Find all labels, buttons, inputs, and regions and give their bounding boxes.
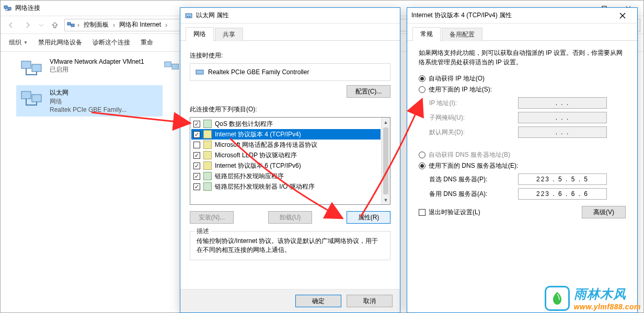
svg-rect-5 (21, 61, 31, 68)
radio-manual-ip[interactable]: 使用下面的 IP 地址(S): (419, 85, 626, 94)
radio-label: 使用下面的 DNS 服务器地址(E): (429, 161, 518, 170)
network-adapter-item[interactable]: 以太网 网络 Realtek PCIe GBE Family... (16, 85, 163, 117)
protocol-icon (203, 161, 212, 170)
cmd-organize[interactable]: 组织 ▼ (6, 36, 31, 49)
dialog-tabs: 网络 共享 (180, 24, 400, 41)
adapter-box: Realtek PCIe GBE Family Controller (190, 63, 390, 81)
adapter-name: Realtek PCIe GBE Family Controller (208, 68, 309, 76)
nic-icon (196, 68, 204, 76)
adapter-status: 网络 (50, 97, 126, 106)
scrollbar[interactable]: ▲ ▼ (381, 118, 390, 204)
radio-auto-ip[interactable]: 自动获得 IP 地址(O) (419, 74, 626, 83)
checkbox-icon[interactable] (193, 173, 200, 180)
description-legend: 描述 (194, 227, 211, 236)
radio-icon (419, 163, 426, 169)
cancel-button[interactable]: 取消 (347, 295, 393, 307)
connect-using-label: 连接时使用: (190, 51, 390, 60)
radio-auto-dns[interactable]: 自动获得 DNS 服务器地址(B) (419, 150, 626, 159)
network-connections-icon (4, 4, 12, 13)
description-text: 传输控制协议/Internet 协议。该协议是默认的广域网络协议，用于在不同的相… (197, 237, 384, 254)
protocol-row[interactable]: Internet 协议版本 6 (TCP/IPv6) (191, 160, 381, 171)
network-adapter-icon (19, 58, 44, 79)
chevron-right-icon: › (164, 21, 168, 29)
dialog-title: Internet 协议版本 4 (TCP/IPv4) 属性 (411, 11, 512, 20)
protocol-row[interactable]: Microsoft 网络适配器多路传送器协议 (191, 140, 381, 150)
radio-label: 使用下面的 IP 地址(S): (429, 85, 492, 94)
ethernet-properties-dialog: 以太网 属性 网络 共享 连接时使用: Realtek PCIe GBE Fam… (180, 7, 400, 313)
network-adapter-item[interactable]: VMware Network Adapter VMnet1 已启用 (16, 55, 163, 82)
ethernet-icon (185, 11, 193, 20)
protocol-icon (203, 141, 212, 149)
tab-network[interactable]: 网络 (186, 27, 214, 41)
alternate-dns-input[interactable]: 223 . 6 . 6 . 6 (518, 188, 607, 200)
protocol-row[interactable]: QoS 数据包计划程序 (191, 119, 381, 129)
cmd-rename[interactable]: 重命 (137, 36, 156, 49)
svg-rect-11 (186, 14, 192, 18)
gateway-label: 默认网关(D): (429, 128, 518, 137)
svg-rect-8 (32, 95, 41, 102)
adapter-status: 已启用 (50, 65, 144, 74)
svg-rect-13 (189, 16, 190, 17)
nav-back-button[interactable] (4, 18, 18, 32)
svg-rect-3 (67, 22, 71, 25)
checkbox-icon[interactable] (193, 152, 200, 159)
description-box: 描述 传输控制协议/Internet 协议。该协议是默认的广域网络协议，用于在不… (190, 231, 390, 260)
scroll-up-icon[interactable]: ▲ (382, 118, 390, 126)
properties-button[interactable]: 属性(R) (347, 211, 390, 224)
protocol-label: Internet 协议版本 6 (TCP/IPv6) (215, 161, 301, 170)
protocol-label: 链路层拓扑发现响应程序 (215, 172, 284, 181)
configure-button[interactable]: 配置(C)... (347, 85, 390, 98)
install-button[interactable]: 安装(N)... (190, 211, 234, 224)
nav-forward-button[interactable] (20, 18, 35, 32)
scroll-thumb[interactable] (383, 127, 388, 194)
breadcrumb-seg[interactable]: 网络和 Internet (117, 20, 163, 29)
svg-rect-7 (21, 91, 31, 99)
nav-up-button[interactable] (48, 18, 62, 32)
service-icon (203, 172, 212, 180)
checkbox-icon[interactable] (193, 163, 200, 169)
alternate-dns-label: 备用 DNS 服务器(A): (429, 190, 518, 199)
protocol-label: Microsoft 网络适配器多路传送器协议 (215, 141, 317, 149)
checkbox-icon[interactable] (193, 121, 200, 127)
adapter-device: Realtek PCIe GBE Family... (50, 106, 126, 113)
cmd-diagnose[interactable]: 诊断这个连接 (89, 36, 133, 49)
svg-rect-9 (165, 62, 171, 67)
protocol-label: Microsoft LLDP 协议驱动程序 (215, 151, 297, 160)
explorer-title: 网络连接 (15, 4, 40, 13)
svg-rect-14 (196, 70, 203, 74)
tab-alternate[interactable]: 备用配置 (442, 28, 482, 41)
protocol-row[interactable]: Internet 协议版本 4 (TCP/IPv4) (191, 129, 381, 140)
ok-button[interactable]: 确定 (295, 295, 341, 307)
protocol-row[interactable]: 链路层拓扑发现响应程序 (191, 171, 381, 181)
network-connections-icon (67, 21, 75, 29)
scroll-down-icon[interactable]: ▼ (382, 195, 390, 204)
radio-label: 自动获得 DNS 服务器地址(B) (429, 150, 510, 159)
protocol-label: QoS 数据包计划程序 (215, 120, 273, 129)
advanced-button[interactable]: 高级(V) (582, 206, 626, 218)
svg-rect-0 (4, 6, 7, 8)
checkbox-icon (419, 209, 426, 216)
preferred-dns-input[interactable]: 223 . 5 . 5 . 5 (518, 173, 607, 185)
dialog-tabs: 常规 备用配置 (407, 24, 637, 41)
breadcrumb-seg[interactable]: 控制面板 (82, 20, 111, 29)
protocol-listbox[interactable]: QoS 数据包计划程序Internet 协议版本 4 (TCP/IPv4)Mic… (190, 117, 390, 205)
checkbox-icon[interactable] (193, 142, 200, 148)
radio-manual-dns[interactable]: 使用下面的 DNS 服务器地址(E): (419, 161, 626, 170)
checkbox-icon[interactable] (193, 183, 200, 190)
protocol-row[interactable]: 链路层拓扑发现映射器 I/O 驱动程序 (191, 181, 381, 192)
tab-share[interactable]: 共享 (215, 28, 243, 41)
radio-label: 自动获得 IP 地址(O) (429, 74, 485, 83)
protocol-row[interactable]: Microsoft LLDP 协议驱动程序 (191, 150, 381, 160)
svg-rect-4 (71, 24, 74, 27)
dialog-button-row: 确定 取消 (180, 289, 400, 312)
nav-history-button[interactable] (37, 18, 45, 32)
adapter-title: 以太网 (50, 88, 126, 97)
close-button[interactable] (612, 8, 633, 23)
protocol-label: Internet 协议版本 4 (TCP/IPv4) (215, 130, 301, 139)
ipv4-properties-dialog: Internet 协议版本 4 (TCP/IPv4) 属性 常规 备用配置 如果… (407, 7, 638, 313)
checkbox-icon[interactable] (193, 131, 200, 138)
uninstall-button[interactable]: 卸载(U) (268, 211, 312, 224)
validate-on-exit-checkbox[interactable]: 退出时验证设置(L) (419, 208, 480, 217)
cmd-disable-device[interactable]: 禁用此网络设备 (35, 36, 85, 49)
tab-general[interactable]: 常规 (412, 27, 441, 41)
